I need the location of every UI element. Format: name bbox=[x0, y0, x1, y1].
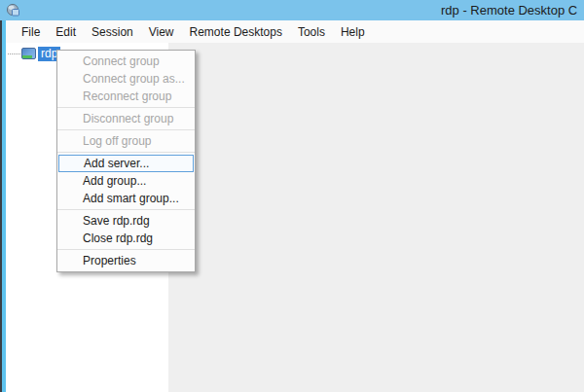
titlebar[interactable]: rdp - Remote Desktop C bbox=[0, 0, 584, 20]
menu-separator bbox=[57, 107, 195, 108]
menu-item-connect-group: Connect group bbox=[57, 53, 195, 70]
menu-item-close-rdg[interactable]: Close rdp.rdg bbox=[57, 230, 195, 247]
menu-help[interactable]: Help bbox=[333, 21, 373, 43]
menu-separator bbox=[57, 249, 195, 250]
menu-item-reconnect-group: Reconnect group bbox=[57, 88, 195, 105]
menu-session[interactable]: Session bbox=[84, 21, 141, 43]
menu-file[interactable]: File bbox=[14, 21, 48, 43]
server-group-icon bbox=[21, 48, 36, 59]
rdcman-window: rdp - Remote Desktop C File Edit Session… bbox=[0, 0, 584, 392]
window-title: rdp - Remote Desktop C bbox=[441, 3, 577, 18]
menu-separator bbox=[57, 209, 195, 210]
menu-item-log-off-group: Log off group bbox=[57, 132, 195, 150]
menubar: File Edit Session View Remote Desktops T… bbox=[6, 20, 584, 43]
menu-item-add-server[interactable]: Add server... bbox=[58, 155, 194, 172]
menu-tools[interactable]: Tools bbox=[290, 21, 333, 43]
client-area bbox=[168, 43, 584, 392]
menu-item-save-rdg[interactable]: Save rdp.rdg bbox=[57, 212, 195, 230]
tree-connector-line bbox=[8, 53, 20, 54]
menu-separator bbox=[57, 152, 195, 153]
menu-item-properties[interactable]: Properties bbox=[57, 252, 195, 269]
menu-item-disconnect-group: Disconnect group bbox=[57, 110, 195, 127]
menu-item-add-group[interactable]: Add group... bbox=[57, 172, 195, 190]
menu-item-add-smart-group[interactable]: Add smart group... bbox=[57, 190, 195, 207]
context-menu: Connect group Connect group as... Reconn… bbox=[56, 50, 196, 272]
menu-separator bbox=[57, 129, 195, 130]
app-icon[interactable] bbox=[6, 3, 20, 18]
menu-view[interactable]: View bbox=[141, 21, 182, 43]
menu-remote-desktops[interactable]: Remote Desktops bbox=[182, 21, 290, 43]
menu-edit[interactable]: Edit bbox=[48, 21, 84, 43]
menu-item-connect-group-as: Connect group as... bbox=[57, 70, 195, 88]
